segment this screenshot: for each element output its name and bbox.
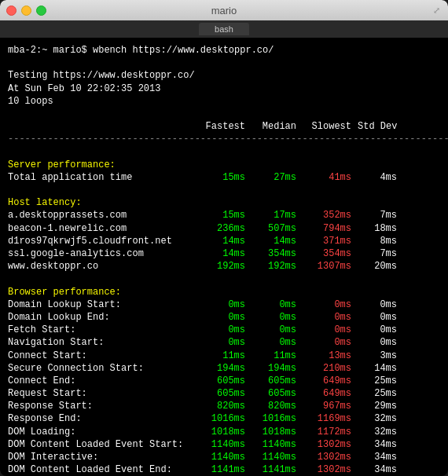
blank-line-5	[8, 273, 440, 285]
minimize-button[interactable]	[21, 5, 31, 16]
maximize-button[interactable]	[36, 5, 46, 16]
section-browser-title: Browser performance:	[8, 286, 440, 298]
host-row-1: beacon-1.newrelic.com 236ms 507ms 794ms …	[8, 222, 440, 235]
browser-row-7: Request Start: 605ms 605ms 649ms 25ms	[8, 387, 440, 400]
tab-bash[interactable]: bash	[199, 23, 249, 35]
command-line: mba-2:~ mario$ wbench https://www.deskto…	[8, 44, 440, 57]
browser-row-11: DOM Content Loaded Event Start: 1140ms 1…	[8, 438, 440, 451]
browser-row-8: Response Start: 820ms 820ms 967ms 29ms	[8, 400, 440, 412]
blank-line-3	[8, 146, 440, 159]
browser-row-3: Navigation Start: 0ms 0ms 0ms 0ms	[8, 336, 440, 349]
section-host-title: Host latency:	[8, 196, 440, 209]
browser-row-10: DOM Loading: 1018ms 1018ms 1172ms 32ms	[8, 426, 440, 438]
expand-icon[interactable]: ⤢	[433, 5, 440, 16]
server-row-0: Total application time 15ms 27ms 41ms 4m…	[8, 171, 440, 184]
browser-row-1: Domain Lookup End: 0ms 0ms 0ms 0ms	[8, 311, 440, 324]
browser-row-9: Response End: 1016ms 1016ms 1169ms 32ms	[8, 412, 440, 425]
browser-row-2: Fetch Start: 0ms 0ms 0ms 0ms	[8, 324, 440, 336]
titlebar: mario ⤢	[0, 0, 448, 20]
info-line-1: Testing https://www.desktoppr.co/	[8, 69, 440, 82]
close-button[interactable]	[6, 5, 17, 16]
prompt-text: mba-2:~ mario$ wbench https://www.deskto…	[8, 44, 274, 57]
browser-row-12: DOM Interactive: 1140ms 1140ms 1302ms 34…	[8, 451, 440, 463]
browser-row-13: DOM Content Loaded Event End: 1141ms 114…	[8, 463, 440, 476]
blank-line-4	[8, 184, 440, 196]
host-row-0: a.desktopprassets.com 15ms 17ms 352ms 7m…	[8, 209, 440, 222]
separator-dashes: ----------------------------------------…	[8, 133, 440, 145]
browser-row-6: Connect End: 605ms 605ms 649ms 25ms	[8, 375, 440, 387]
host-row-3: ssl.google-analytics.com 14ms 354ms 354m…	[8, 247, 440, 260]
browser-row-0: Domain Lookup Start: 0ms 0ms 0ms 0ms	[8, 298, 440, 311]
window-title: mario	[211, 5, 237, 16]
info-line-2: At Sun Feb 10 22:02:35 2013	[8, 82, 440, 95]
browser-row-4: Connect Start: 11ms 11ms 13ms 3ms	[8, 350, 440, 362]
traffic-lights	[6, 5, 46, 16]
terminal-window: mario ⤢ bash mba-2:~ mario$ wbench https…	[0, 0, 448, 476]
tab-bar: bash	[0, 20, 448, 38]
section-server-title: Server performance:	[8, 159, 440, 171]
info-line-3: 10 loops	[8, 95, 440, 108]
terminal-content[interactable]: mba-2:~ mario$ wbench https://www.deskto…	[0, 38, 448, 476]
blank-line-2	[8, 108, 440, 120]
separator-line: Fastest Median Slowest Std Dev	[8, 120, 440, 133]
blank-line-1	[8, 57, 440, 69]
host-row-4: www.desktoppr.co 192ms 192ms 1307ms 20ms	[8, 260, 440, 273]
browser-row-5: Secure Connection Start: 194ms 194ms 210…	[8, 362, 440, 375]
host-row-2: d1ros97qkrwjf5.cloudfront.net 14ms 14ms …	[8, 235, 440, 247]
